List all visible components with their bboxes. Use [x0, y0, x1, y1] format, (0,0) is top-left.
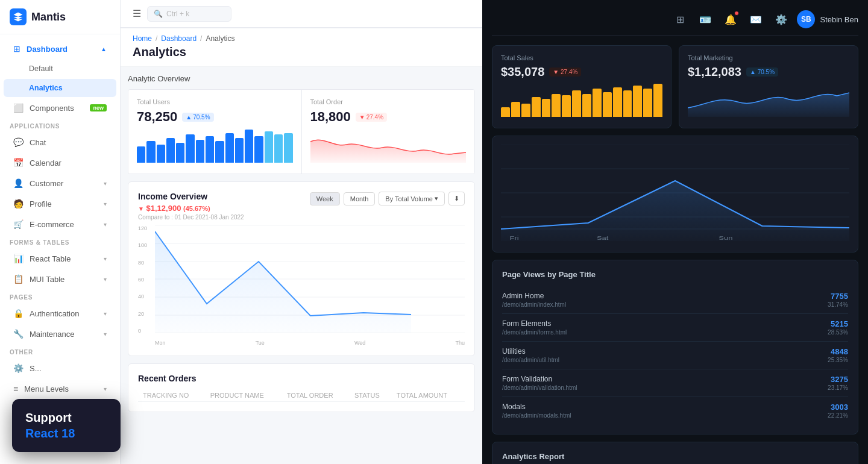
page-view-left-2: Form Elements /demo/admin/forms.html [502, 319, 567, 336]
bar [186, 134, 194, 163]
sidebar-item-profile[interactable]: 🧑 Profile ▾ [4, 194, 116, 213]
week-button[interactable]: Week [310, 192, 340, 205]
chevron-down-icon: ▾ [104, 180, 107, 187]
grid-icon: ⊞ [13, 44, 20, 54]
page-views-title: Page Views by Page Title [502, 270, 848, 279]
notification-button[interactable]: 🔔 [721, 10, 740, 29]
income-chart-svg [155, 225, 465, 333]
bar [215, 141, 224, 163]
volume-button[interactable]: By Total Volume ▾ [379, 192, 445, 205]
page-view-item-5: Modals /demo/admin/modals.html 3003 22.2… [502, 397, 848, 424]
sidebar-item-mui-table[interactable]: 📋 MUI Table ▾ [4, 269, 116, 289]
breadcrumb-dashboard[interactable]: Dashboard [161, 34, 197, 43]
page-view-right-3: 4848 25.35% [828, 347, 848, 363]
recent-orders-section: Recent Orders TRACKING NO PRODUCT NAME T… [128, 363, 475, 412]
sidebar-item-react-table[interactable]: 📊 React Table ▾ [4, 249, 116, 268]
bar [265, 131, 273, 163]
support-popup: Support React 18 [12, 399, 121, 452]
page-view-left-3: Utilities /demo/admin/util.html [502, 347, 559, 363]
sidebar-item-customer[interactable]: 👤 Customer ▾ [4, 174, 116, 193]
user-name: Stebin Ben [820, 15, 858, 24]
sidebar-item-calendar[interactable]: 📅 Calendar [4, 153, 116, 172]
table2-icon: 📋 [13, 274, 24, 284]
page-view-right-4: 3275 23.17% [828, 375, 848, 391]
grid-view-button[interactable]: ⊞ [670, 10, 690, 29]
dark-card-value-marketing: $1,12,083 ▲ 70.5% [688, 65, 849, 79]
page-view-right-1: 7755 31.74% [828, 292, 848, 308]
stat-cards-row: Total Users 78,250 ▲ 70.5% [128, 89, 475, 174]
calendar-icon: 📅 [13, 158, 24, 168]
x-axis-labels: Mon Tue Wed Thu [155, 340, 465, 346]
sidebar-item-authentication[interactable]: 🔒 Authentication ▾ [4, 304, 116, 323]
arrow-up-icon: ▲ [186, 114, 192, 121]
month-button[interactable]: Month [344, 192, 376, 205]
analytics-report-title: Analytics Report [502, 452, 848, 461]
search-box[interactable]: 🔍 Ctrl + k [147, 6, 231, 22]
income-left: Income Overview ▼ $1,12,900 (45.67%) Com… [138, 192, 244, 221]
dark-card-title-marketing: Total Marketing [688, 54, 849, 61]
download-button[interactable]: ⬇ [448, 192, 465, 205]
chevron-down-icon: ▾ [104, 331, 107, 337]
logo-text: Mantis [31, 11, 66, 24]
dark-stat-cards: Total Sales $35,078 ▼ 27.4% [492, 45, 858, 128]
search-icon: 🔍 [154, 10, 163, 18]
breadcrumb-current: Analytics [206, 34, 234, 43]
income-value-row: ▼ $1,12,900 (45.67%) [138, 204, 244, 213]
dark-line-chart: Fri Sat Sun [501, 145, 849, 241]
sidebar-item-menu-levels[interactable]: ≡ Menu Levels ▾ [4, 379, 116, 398]
chevron-down-icon: ▾ [104, 256, 107, 262]
income-value: ▼ $1,12,900 (45.67%) [138, 204, 210, 213]
sidebar-item-components[interactable]: ⬜ Components new [4, 98, 116, 118]
bar [582, 94, 591, 118]
settings-button[interactable]: ⚙️ [772, 10, 791, 29]
hamburger-button[interactable]: ☰ [133, 8, 141, 19]
user-profile[interactable]: SB Stebin Ben [797, 10, 858, 28]
page-view-right-2: 5215 28.53% [828, 319, 848, 336]
dark-card-total-sales: Total Sales $35,078 ▼ 27.4% [492, 45, 671, 128]
bar [284, 133, 292, 163]
bar [166, 138, 175, 163]
page-view-left-5: Modals /demo/admin/modals.html [502, 403, 571, 419]
col-status: STATUS [350, 389, 392, 402]
logo-icon [10, 8, 27, 25]
bar [593, 89, 602, 117]
dark-top-nav: ⊞ 🪪 🔔 ✉️ ⚙️ SB Stebin Ben [492, 10, 858, 36]
page-view-item-4: Form Validation /demo/admin/validation.h… [502, 369, 848, 397]
menu-icon: ≡ [13, 384, 18, 393]
page-view-item-1: Admin Home /demo/admin/index.html 7755 3… [502, 286, 848, 314]
bar [254, 136, 263, 163]
chat-icon: 💬 [13, 137, 24, 147]
sidebar-item-sample[interactable]: ⚙️ S... [4, 359, 116, 378]
area-chart-marketing [688, 84, 849, 117]
bar-chart-sales [501, 84, 662, 117]
light-panel: ☰ 🔍 Ctrl + k Home / Dashboard / Analytic… [121, 0, 482, 464]
breadcrumb-home[interactable]: Home [133, 34, 152, 43]
sidebar-item-ecommerce[interactable]: 🛒 E-commerce ▾ [4, 215, 116, 234]
recent-orders-title: Recent Orders [138, 374, 465, 383]
bar [572, 90, 581, 117]
bar [501, 107, 510, 118]
breadcrumb-sep2: / [200, 34, 202, 43]
bar [511, 102, 520, 117]
user-icon: 👤 [13, 178, 24, 188]
person-card-button[interactable]: 🪪 [696, 10, 715, 29]
table-icon: 📊 [13, 254, 24, 263]
sidebar-item-default[interactable]: Default [4, 60, 116, 78]
bar [274, 134, 283, 163]
bar [643, 89, 652, 117]
sidebar-logo: Mantis [0, 0, 120, 34]
sidebar: Mantis ⊞ Dashboard ▲ Default Analytics ⬜… [0, 0, 121, 464]
sidebar-item-chat[interactable]: 💬 Chat [4, 133, 116, 152]
stat-card-value-users: 78,250 ▲ 70.5% [137, 109, 293, 125]
sidebar-item-maintenance[interactable]: 🔧 Maintenance ▾ [4, 324, 116, 343]
svg-text:Fri: Fri [509, 235, 518, 241]
page-view-item-2: Form Elements /demo/admin/forms.html 521… [502, 314, 848, 342]
mail-button[interactable]: ✉️ [746, 10, 766, 29]
bar [603, 92, 612, 117]
bar [623, 90, 632, 117]
sidebar-item-dashboard[interactable]: ⊞ Dashboard ▲ [4, 39, 116, 58]
dark-card-total-marketing: Total Marketing $1,12,083 ▲ 70.5% [679, 45, 858, 128]
bar [562, 95, 571, 117]
sidebar-item-analytics[interactable]: Analytics [4, 79, 116, 97]
stat-card-total-order: Total Order 18,800 ▼ 27.4% [302, 90, 475, 174]
